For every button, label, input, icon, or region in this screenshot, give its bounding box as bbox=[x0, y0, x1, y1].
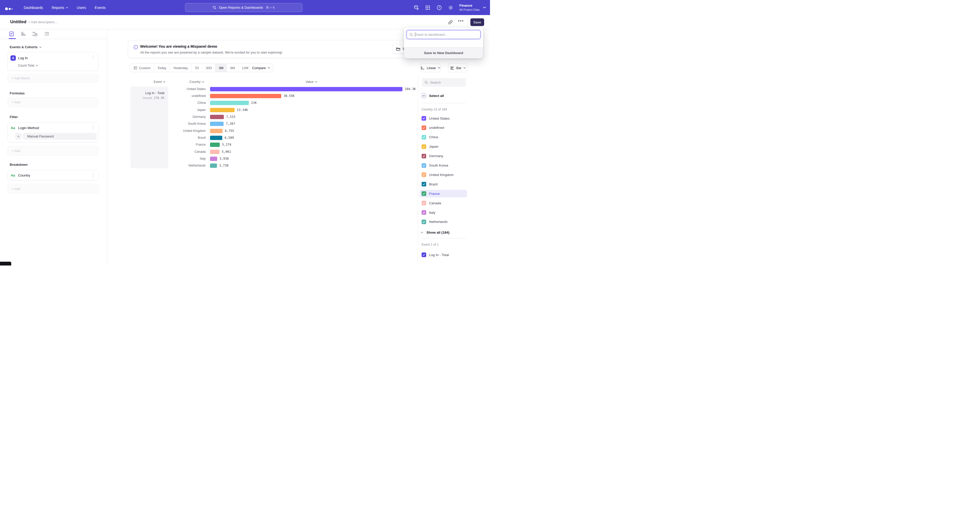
help-icon[interactable]: ? bbox=[436, 5, 442, 11]
save-button[interactable]: Save bbox=[470, 18, 484, 26]
report-title[interactable]: Untitled bbox=[10, 19, 26, 24]
save-dashboard-search-input[interactable] bbox=[415, 33, 480, 36]
project-selector[interactable]: Finance All Project Data bbox=[460, 3, 486, 11]
legend-item-italy[interactable]: Italy bbox=[420, 209, 467, 216]
bar-value-label: 104.3K bbox=[405, 86, 416, 93]
add-description-button[interactable]: + Add description... bbox=[28, 20, 57, 24]
settings-gear-icon[interactable] bbox=[448, 5, 453, 11]
data-management-icon[interactable] bbox=[414, 5, 419, 11]
legend-item-japan[interactable]: Japan bbox=[420, 143, 467, 151]
scale-selector-button[interactable]: Linear bbox=[420, 63, 441, 72]
range-segment-30d[interactable]: 30D bbox=[202, 64, 215, 72]
bar-category-label: France bbox=[133, 141, 206, 148]
breakdown-kebab-menu[interactable]: ⋮ bbox=[91, 173, 95, 177]
folder-icon bbox=[396, 47, 401, 51]
legend-item-france[interactable]: France bbox=[420, 190, 467, 197]
range-segment-today[interactable]: Today bbox=[154, 64, 170, 72]
bar-row-united-kingdom: United Kingdom6,755 bbox=[0, 127, 490, 135]
country-checkbox[interactable] bbox=[422, 144, 426, 149]
country-checkbox[interactable] bbox=[422, 135, 426, 139]
global-search-button[interactable]: Open Reports & Dashboards ⌘ + K bbox=[185, 3, 302, 12]
nav-link-events[interactable]: Events bbox=[95, 6, 106, 10]
legend-item-united-states[interactable]: United States bbox=[420, 114, 467, 122]
legend-item-netherlands[interactable]: Netherlands bbox=[420, 218, 467, 226]
legend-item-brazil[interactable]: Brazil bbox=[420, 180, 467, 188]
bar-brazil[interactable] bbox=[210, 136, 222, 140]
breakdown-card-country[interactable]: Aa Country ⋮ bbox=[7, 170, 99, 180]
legend-item-canada[interactable]: Canada bbox=[420, 199, 467, 207]
bar-row-italy: Italy3,936 bbox=[0, 155, 490, 162]
events-cohorts-header[interactable]: Events & Cohorts bbox=[10, 45, 41, 49]
metric-kebab-menu[interactable]: ⋮ bbox=[91, 55, 95, 59]
nav-link-reports[interactable]: Reports bbox=[52, 6, 68, 10]
legend-item-germany[interactable]: Germany bbox=[420, 152, 467, 160]
bar-china[interactable] bbox=[210, 101, 249, 105]
country-checkbox[interactable] bbox=[422, 163, 426, 168]
country-label: Canada bbox=[429, 201, 441, 205]
show-all-button[interactable]: Show all (184) bbox=[421, 229, 449, 236]
add-breakdown-button[interactable]: + Add bbox=[7, 184, 99, 194]
tab-insights-icon[interactable] bbox=[9, 32, 14, 36]
aggregation-selector[interactable]: Count Total bbox=[18, 64, 38, 67]
bar-france[interactable] bbox=[210, 143, 220, 147]
legend-item-log-in-total[interactable]: Log In - Total bbox=[420, 251, 467, 258]
bar-south-korea[interactable] bbox=[210, 122, 224, 126]
bar-netherlands[interactable] bbox=[210, 163, 217, 168]
legend-search-field[interactable] bbox=[422, 78, 466, 87]
nav-link-users[interactable]: Users bbox=[77, 6, 86, 10]
tab-flows-icon[interactable] bbox=[32, 32, 38, 36]
legend-item-united-kingdom[interactable]: United Kingdom bbox=[420, 171, 467, 179]
bar-united-kingdom[interactable] bbox=[210, 129, 223, 133]
copy-link-icon[interactable] bbox=[448, 20, 453, 25]
legend-search-input[interactable] bbox=[430, 81, 466, 84]
legend-item-china[interactable]: China bbox=[420, 133, 467, 141]
bar-united-states[interactable] bbox=[210, 87, 402, 91]
chevron-down-icon bbox=[463, 67, 466, 68]
range-segment-yesterday[interactable]: Yesterday bbox=[170, 64, 191, 72]
range-segment-6m[interactable]: 6M bbox=[227, 64, 238, 72]
country-checkbox[interactable] bbox=[422, 173, 426, 177]
bar-italy[interactable] bbox=[210, 157, 217, 161]
more-options-button[interactable]: ••• bbox=[458, 19, 464, 23]
bar-japan[interactable] bbox=[210, 108, 234, 112]
legend-item-undefined[interactable]: undefined bbox=[420, 124, 467, 132]
bar-value-label: 38.55K bbox=[283, 93, 294, 100]
column-header-value[interactable]: Value bbox=[301, 79, 321, 84]
bar-row-germany: Germany7,515 bbox=[0, 114, 490, 120]
country-checkbox[interactable] bbox=[422, 191, 426, 196]
apps-grid-icon[interactable] bbox=[425, 5, 431, 11]
compare-button[interactable]: Compare bbox=[249, 63, 273, 72]
breakdown-property-name: Country bbox=[18, 173, 30, 177]
tab-funnels-icon[interactable] bbox=[21, 32, 26, 36]
country-checkbox[interactable] bbox=[422, 154, 426, 159]
add-metric-button[interactable]: + Add Metric bbox=[7, 74, 99, 82]
country-checkbox[interactable] bbox=[422, 116, 426, 120]
column-header-event[interactable]: Event bbox=[149, 79, 170, 84]
range-segment-7d[interactable]: 7D bbox=[191, 64, 202, 72]
bar-undefined[interactable] bbox=[210, 94, 281, 98]
legend-item-south-korea[interactable]: South Korea bbox=[420, 162, 467, 170]
demo-welcome-banner: i Welcome! You are viewing a Mixpanel de… bbox=[128, 40, 418, 58]
country-checkbox[interactable] bbox=[422, 201, 426, 205]
select-all-checkbox[interactable] bbox=[422, 94, 426, 98]
event-checkbox[interactable] bbox=[422, 252, 426, 257]
range-segment-custom[interactable]: Custom bbox=[130, 64, 154, 72]
tab-retention-icon[interactable] bbox=[44, 32, 49, 36]
chart-type-selector-button[interactable]: Bar bbox=[448, 63, 468, 72]
mixpanel-logo-icon[interactable] bbox=[5, 5, 13, 10]
select-all-control[interactable]: Select all bbox=[422, 94, 444, 98]
country-checkbox[interactable] bbox=[422, 125, 426, 130]
string-property-icon: Aa bbox=[11, 173, 15, 177]
save-to-new-dashboard-button[interactable]: Save to New Dashboard bbox=[404, 47, 483, 59]
country-checkbox[interactable] bbox=[422, 182, 426, 186]
metric-card-log-in[interactable]: A Log In ⋮ Count Total bbox=[7, 52, 99, 71]
bar-germany[interactable] bbox=[210, 115, 224, 119]
bar-canada[interactable] bbox=[210, 150, 220, 154]
country-checkbox[interactable] bbox=[422, 220, 426, 224]
column-header-country[interactable]: Country bbox=[186, 79, 208, 84]
save-dashboard-search-field[interactable] bbox=[407, 30, 480, 39]
country-checkbox[interactable] bbox=[422, 210, 426, 215]
nav-link-dashboards[interactable]: Dashboards bbox=[24, 6, 43, 10]
range-segment-3m[interactable]: 3M bbox=[215, 64, 227, 72]
bar-value-label: 21K bbox=[251, 100, 257, 106]
